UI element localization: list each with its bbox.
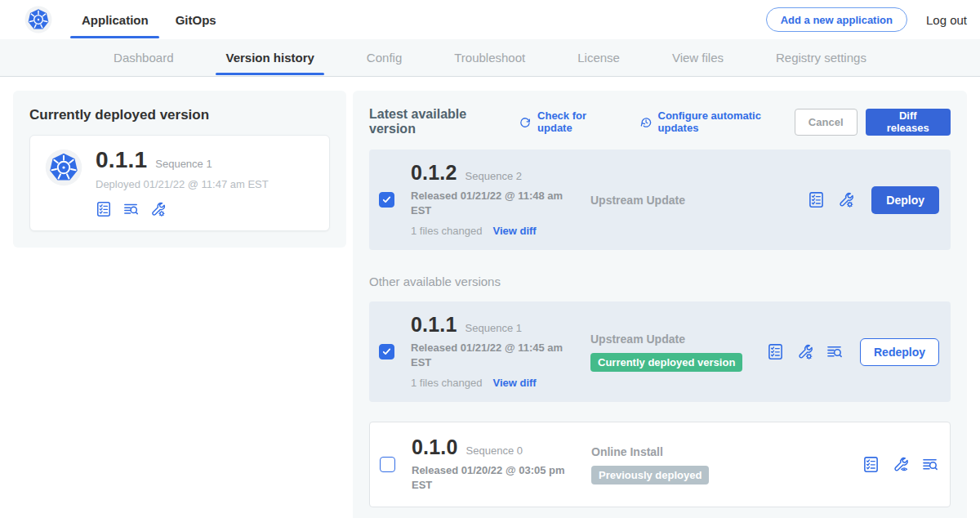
tab-version-history-label: Version history xyxy=(225,51,314,65)
released-timestamp: Released 01/21/22 @ 11:45 am EST xyxy=(411,341,571,369)
version-source: Upstream Update Currently deployed versi… xyxy=(576,333,767,372)
deploy-logs-icon[interactable] xyxy=(826,343,843,360)
version-actions: Deploy xyxy=(808,186,939,214)
version-info: 0.1.1 Sequence 1 Released 01/21/22 @ 11:… xyxy=(411,315,576,389)
tab-dashboard-label: Dashboard xyxy=(114,51,173,65)
update-links: Check for update Configure automatic upd… xyxy=(519,109,795,134)
diff-releases-button[interactable]: Diff releases xyxy=(866,109,951,136)
kubernetes-logo-icon[interactable] xyxy=(24,6,52,33)
top-tab-application-label: Application xyxy=(82,13,149,27)
other-versions-heading: Other available versions xyxy=(369,275,951,288)
tab-registry-settings-label: Registry settings xyxy=(776,51,866,65)
version-checkbox[interactable] xyxy=(379,192,394,208)
version-row-0-1-1: 0.1.1 Sequence 1 Released 01/21/22 @ 11:… xyxy=(369,301,951,402)
deployed-sequence-label: Sequence 1 xyxy=(155,158,212,170)
preflight-checklist-icon[interactable] xyxy=(862,456,880,473)
files-changed-label: 1 files changed xyxy=(411,377,482,389)
version-checkbox[interactable] xyxy=(379,344,394,359)
tab-license[interactable]: License xyxy=(577,39,620,76)
top-nav-tabs: Application GitOps xyxy=(82,0,243,39)
sequence-label: Sequence 1 xyxy=(466,322,522,334)
currently-deployed-panel: Currently deployed version 0.1.1 Sequenc… xyxy=(13,91,346,248)
preflight-checklist-icon[interactable] xyxy=(767,343,784,360)
refresh-icon xyxy=(519,115,532,129)
tab-dashboard[interactable]: Dashboard xyxy=(114,39,173,76)
deploy-logs-icon[interactable] xyxy=(921,456,938,473)
tab-version-history[interactable]: Version history xyxy=(225,39,314,76)
released-timestamp: Released 01/21/22 @ 11:48 am EST xyxy=(411,189,571,217)
tab-view-files[interactable]: View files xyxy=(672,39,724,76)
top-nav: Application GitOps Add a new application… xyxy=(0,0,980,39)
top-tab-gitops-label: GitOps xyxy=(176,13,216,27)
tab-config[interactable]: Config xyxy=(367,39,402,76)
preflight-checklist-icon[interactable] xyxy=(96,201,112,217)
version-source: Online Install Previously deployed xyxy=(577,445,862,485)
tab-troubleshoot-label: Troubleshoot xyxy=(454,51,525,65)
deployed-timestamp: Deployed 01/21/22 @ 11:47 am EST xyxy=(96,178,269,190)
deployed-version-number: 0.1.1 xyxy=(96,149,147,172)
released-timestamp: Released 01/20/22 @ 03:05 pm EST xyxy=(412,463,572,492)
source-label: Online Install xyxy=(591,445,862,458)
top-tab-gitops[interactable]: GitOps xyxy=(176,0,216,39)
deployed-version-card: 0.1.1 Sequence 1 Deployed 01/21/22 @ 11:… xyxy=(29,135,330,231)
view-diff-link[interactable]: View diff xyxy=(492,225,536,237)
kubernetes-app-icon xyxy=(45,149,82,186)
configure-automatic-updates-label: Configure automatic updates xyxy=(658,109,795,134)
version-row-0-1-0: 0.1.0 Sequence 0 Released 01/20/22 @ 03:… xyxy=(369,422,951,507)
check-for-update-link[interactable]: Check for update xyxy=(519,109,617,134)
latest-version-title: Latest available version xyxy=(369,107,507,136)
checkmark-icon xyxy=(381,346,392,357)
deploy-logs-icon[interactable] xyxy=(122,201,139,217)
schedule-update-icon xyxy=(639,115,653,129)
tab-config-label: Config xyxy=(367,51,402,65)
add-application-button[interactable]: Add a new application xyxy=(766,7,907,32)
currently-deployed-badge: Currently deployed version xyxy=(590,353,742,372)
tab-license-label: License xyxy=(577,51,620,65)
edit-config-wrench-gear-icon[interactable] xyxy=(837,191,854,208)
cancel-button[interactable]: Cancel xyxy=(795,109,858,136)
view-diff-link[interactable]: View diff xyxy=(492,377,536,389)
version-row-0-1-2: 0.1.2 Sequence 2 Released 01/21/22 @ 11:… xyxy=(369,150,951,250)
source-label: Upstream Update xyxy=(590,333,767,346)
tab-view-files-label: View files xyxy=(672,51,724,65)
latest-version-header: Latest available version Check for updat… xyxy=(369,107,951,136)
sequence-label: Sequence 0 xyxy=(466,444,523,457)
checkmark-icon xyxy=(381,194,392,205)
edit-config-wrench-gear-icon[interactable] xyxy=(149,201,166,217)
top-tab-application[interactable]: Application xyxy=(82,0,149,39)
previously-deployed-badge: Previously deployed xyxy=(591,466,709,485)
version-info: 0.1.2 Sequence 2 Released 01/21/22 @ 11:… xyxy=(411,163,576,237)
tab-troubleshoot[interactable]: Troubleshoot xyxy=(454,39,525,76)
redeploy-button[interactable]: Redeploy xyxy=(860,338,939,366)
version-number: 0.1.1 xyxy=(411,315,457,335)
version-info: 0.1.0 Sequence 0 Released 01/20/22 @ 03:… xyxy=(412,437,577,492)
files-changed-label: 1 files changed xyxy=(411,225,482,237)
top-nav-right: Add a new application Log out xyxy=(766,7,967,32)
currently-deployed-title: Currently deployed version xyxy=(29,107,330,123)
check-for-update-label: Check for update xyxy=(537,109,618,134)
main-content: Currently deployed version 0.1.1 Sequenc… xyxy=(0,77,980,518)
deployed-version-details: 0.1.1 Sequence 1 Deployed 01/21/22 @ 11:… xyxy=(96,149,269,217)
sequence-label: Sequence 2 xyxy=(466,170,522,182)
source-label: Upstream Update xyxy=(590,194,808,207)
version-actions xyxy=(862,456,938,473)
app-sub-nav: Dashboard Version history Config Trouble… xyxy=(0,39,980,77)
deploy-button[interactable]: Deploy xyxy=(871,186,939,214)
edit-config-wrench-gear-icon[interactable] xyxy=(796,343,813,360)
version-actions: Redeploy xyxy=(767,338,939,366)
version-number: 0.1.0 xyxy=(412,437,458,458)
configure-automatic-updates-link[interactable]: Configure automatic updates xyxy=(639,109,795,134)
preflight-checklist-icon[interactable] xyxy=(808,191,825,208)
available-versions-panel: Latest available version Check for updat… xyxy=(353,91,967,518)
deployed-version-actions xyxy=(96,201,269,217)
view-config-wrench-eye-icon[interactable] xyxy=(892,456,909,473)
logout-link[interactable]: Log out xyxy=(926,13,967,27)
version-checkbox[interactable] xyxy=(380,457,395,472)
version-number: 0.1.2 xyxy=(411,163,457,183)
tab-registry-settings[interactable]: Registry settings xyxy=(776,39,866,76)
version-source: Upstream Update xyxy=(576,194,808,207)
